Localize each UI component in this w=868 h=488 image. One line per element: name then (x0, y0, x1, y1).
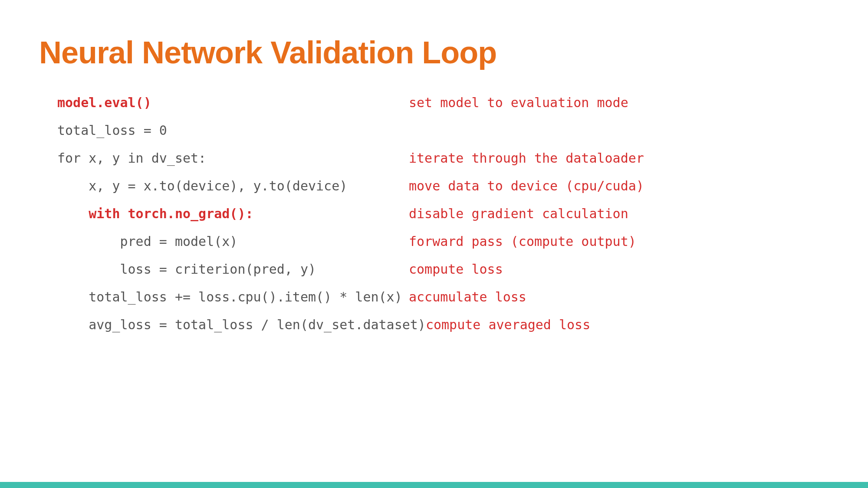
slide: Neural Network Validation Loop model.eva… (0, 0, 868, 488)
code-line: model.eval() set model to evaluation mod… (57, 96, 829, 109)
code-line: total_loss = 0 (57, 124, 829, 137)
code-text: pred = model(x) (57, 235, 409, 248)
code-line: loss = criterion(pred, y) compute loss (57, 263, 829, 276)
code-comment: accumulate loss (409, 291, 526, 304)
code-line: with torch.no_grad(): disable gradient c… (57, 207, 829, 220)
code-comment: iterate through the dataloader (409, 152, 644, 165)
code-comment: move data to device (cpu/cuda) (409, 180, 644, 193)
code-comment: compute averaged loss (426, 318, 590, 331)
code-comment: set model to evaluation mode (409, 96, 628, 109)
code-text: total_loss += loss.cpu().item() * len(x) (57, 291, 409, 304)
code-text: for x, y in dv_set: (57, 152, 409, 165)
code-line: for x, y in dv_set: iterate through the … (57, 152, 829, 165)
footer-bar (0, 482, 868, 488)
code-line: total_loss += loss.cpu().item() * len(x)… (57, 291, 829, 304)
code-content: model.eval() set model to evaluation mod… (39, 96, 829, 331)
code-comment: disable gradient calculation (409, 207, 628, 220)
code-text: with torch.no_grad(): (57, 207, 409, 220)
code-comment: compute loss (409, 263, 503, 276)
code-text: avg_loss = total_loss / len(dv_set.datas… (57, 318, 426, 331)
code-text: x, y = x.to(device), y.to(device) (57, 180, 409, 193)
code-line: pred = model(x) forward pass (compute ou… (57, 235, 829, 248)
code-bold-span: with torch.no_grad(): (89, 206, 253, 221)
code-text: model.eval() (57, 96, 409, 109)
code-comment: forward pass (compute output) (409, 235, 636, 248)
code-text: loss = criterion(pred, y) (57, 263, 409, 276)
code-line: avg_loss = total_loss / len(dv_set.datas… (57, 318, 829, 331)
slide-title: Neural Network Validation Loop (39, 35, 829, 70)
code-line: x, y = x.to(device), y.to(device) move d… (57, 180, 829, 193)
code-text: total_loss = 0 (57, 124, 409, 137)
